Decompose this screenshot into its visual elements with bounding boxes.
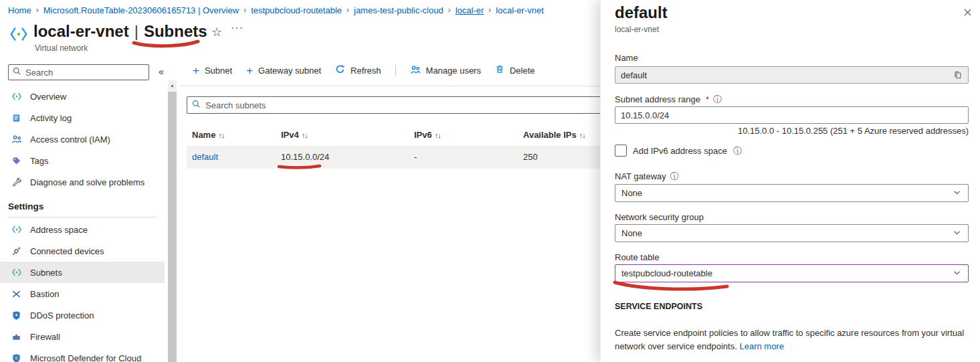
address-range-input[interactable] (621, 110, 963, 120)
vnet-icon (11, 267, 22, 278)
column-label: IPv6 (414, 130, 432, 140)
address-range-field[interactable] (615, 106, 969, 124)
column-header-available-ips[interactable]: Available IPs↑↓ (523, 130, 585, 140)
sidebar-item-address-space[interactable]: Address space (0, 219, 165, 240)
table-row-default-subnet[interactable]: default 10.15.0.0/24 - 250 (187, 146, 600, 169)
manage-users-button[interactable]: Manage users (410, 64, 481, 77)
column-label: IPv4 (281, 130, 299, 140)
subnet-available-ips-value: 250 (523, 152, 538, 162)
sidebar-item-firewall[interactable]: Firewall (0, 326, 165, 347)
dropdown-value: testpubcloud-routetable (621, 268, 712, 278)
copy-icon[interactable] (953, 70, 963, 80)
panel-title: default (615, 3, 668, 22)
subnet-details-panel: default local-er-vnet Name Subnet addres… (600, 0, 980, 362)
breadcrumb-separator: › (347, 5, 349, 15)
sidebar-item-bastion[interactable]: Bastion (0, 283, 165, 304)
virtual-network-icon (9, 25, 29, 45)
sidebar-item-label: Diagnose and solve problems (30, 177, 144, 187)
scroll-up-icon[interactable]: ▲ (168, 80, 177, 90)
nat-gateway-dropdown[interactable]: None (615, 184, 969, 202)
info-icon[interactable]: ⓘ (713, 95, 722, 104)
sort-icon: ↑↓ (218, 131, 224, 139)
info-icon[interactable]: ⓘ (670, 172, 679, 181)
nsg-dropdown[interactable]: None (615, 224, 969, 242)
breadcrumb-separator: › (36, 5, 39, 15)
name-field (615, 66, 969, 84)
sidebar-collapse-icon[interactable]: « (159, 66, 164, 77)
subnet-search-input[interactable] (205, 100, 596, 110)
sidebar-item-subnets[interactable]: Subnets (0, 262, 165, 283)
sidebar-search-input[interactable] (25, 68, 144, 78)
ipv6-checkbox-row: Add IPv6 address space ⓘ (615, 145, 742, 157)
breadcrumb-local-er-vnet[interactable]: local-er-vnet (496, 5, 544, 15)
subnet-name-link[interactable]: default (192, 152, 218, 162)
breadcrumb-separator: › (243, 5, 246, 15)
sidebar-item-label: Activity log (30, 113, 72, 123)
ellipsis-icon[interactable]: ··· (231, 22, 243, 34)
column-header-name[interactable]: Name↑↓ (192, 130, 224, 140)
plus-icon: + (246, 65, 253, 76)
sidebar-item-activity-log[interactable]: Activity log (0, 107, 165, 128)
sidebar-item-overview[interactable]: Overview (0, 86, 165, 107)
defender-shield-icon (11, 353, 22, 362)
breadcrumb-james-test-public-cloud[interactable]: james-test-public-cloud (354, 5, 444, 15)
column-label: Available IPs (523, 130, 577, 140)
toolbar-rule (181, 86, 600, 86)
field-label-text: Route table (615, 252, 660, 262)
ipv6-checkbox-label: Add IPv6 address space (633, 146, 727, 156)
column-header-ipv4[interactable]: IPv4↑↓ (281, 130, 308, 140)
favorite-star-icon[interactable]: ☆ (211, 25, 222, 39)
trash-icon (495, 64, 504, 76)
refresh-button[interactable]: Refresh (335, 64, 381, 76)
tag-icon (11, 155, 22, 166)
delete-button[interactable]: Delete (495, 64, 535, 76)
learn-more-link[interactable]: Learn more (739, 341, 783, 351)
name-input (621, 70, 953, 80)
sidebar-item-label: Access control (IAM) (30, 134, 110, 145)
sidebar-scrollbar[interactable]: ▲ (168, 80, 177, 362)
close-icon[interactable] (963, 7, 973, 19)
field-label-text: Name (615, 53, 638, 63)
sidebar-search-box[interactable] (8, 64, 149, 80)
sidebar-item-connected-devices[interactable]: Connected devices (0, 240, 165, 262)
sidebar-item-tags[interactable]: Tags (0, 150, 165, 171)
iam-people-icon (11, 134, 22, 145)
breadcrumb-testpubcloud-routetable[interactable]: testpubcloud-routetable (251, 5, 342, 15)
breadcrumb-home[interactable]: Home (8, 5, 31, 15)
sidebar-item-label: Address space (30, 225, 88, 235)
add-gateway-subnet-button[interactable]: + Gateway subnet (246, 65, 321, 76)
sidebar-item-label: Overview (30, 92, 66, 102)
plug-icon (11, 246, 22, 256)
sidebar-item-diagnose[interactable]: Diagnose and solve problems (0, 171, 165, 193)
subnet-search-box[interactable] (187, 96, 601, 114)
breadcrumb-separator: › (448, 5, 451, 15)
sidebar-item-defender[interactable]: Microsoft Defender for Cloud (0, 347, 165, 362)
ipv6-checkbox[interactable] (615, 145, 627, 157)
name-field-label: Name (615, 53, 638, 63)
command-label: Refresh (351, 66, 381, 76)
command-label: Delete (510, 66, 535, 76)
info-icon[interactable]: ⓘ (733, 147, 742, 155)
breadcrumb-routetable-overview[interactable]: Microsoft.RouteTable-20230606165713 | Ov… (43, 5, 239, 15)
sort-icon: ↑↓ (302, 131, 308, 139)
sidebar-item-label: Microsoft Defender for Cloud (30, 353, 141, 362)
sidebar-item-label: Firewall (30, 332, 60, 342)
scrollbar-thumb[interactable] (168, 92, 177, 362)
column-label: Name (192, 130, 215, 140)
add-subnet-button[interactable]: + Subnet (193, 65, 232, 76)
column-header-ipv6[interactable]: IPv6↑↓ (414, 130, 441, 140)
breadcrumb-local-er[interactable]: local-er (456, 5, 484, 15)
firewall-icon (11, 331, 22, 342)
sidebar-divider (8, 217, 157, 217)
vnet-icon (11, 91, 22, 102)
sidebar-nav: Overview Activity log Access control (IA… (0, 86, 165, 362)
sidebar-item-access-control[interactable]: Access control (IAM) (0, 128, 165, 150)
subnets-table-header: Name↑↓ IPv4↑↓ IPv6↑↓ Available IPs↑↓ (187, 126, 600, 146)
red-marker-underline-ipv4 (277, 163, 322, 170)
sidebar-item-ddos-protection[interactable]: DDoS protection (0, 304, 165, 326)
nsg-label: Network security group (615, 212, 704, 222)
bastion-icon (11, 288, 22, 299)
sidebar-settings-header: Settings (0, 193, 165, 215)
service-endpoints-heading: SERVICE ENDPOINTS (615, 302, 702, 311)
route-table-dropdown[interactable]: testpubcloud-routetable (615, 264, 969, 282)
